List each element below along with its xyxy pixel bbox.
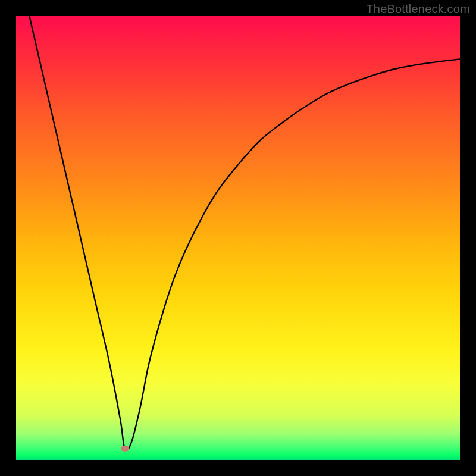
bottleneck-curve (16, 16, 460, 460)
chart-frame: TheBottleneck.com (0, 0, 476, 476)
minimum-marker (121, 446, 129, 452)
plot-area (16, 16, 460, 460)
watermark-text: TheBottleneck.com (366, 2, 470, 16)
